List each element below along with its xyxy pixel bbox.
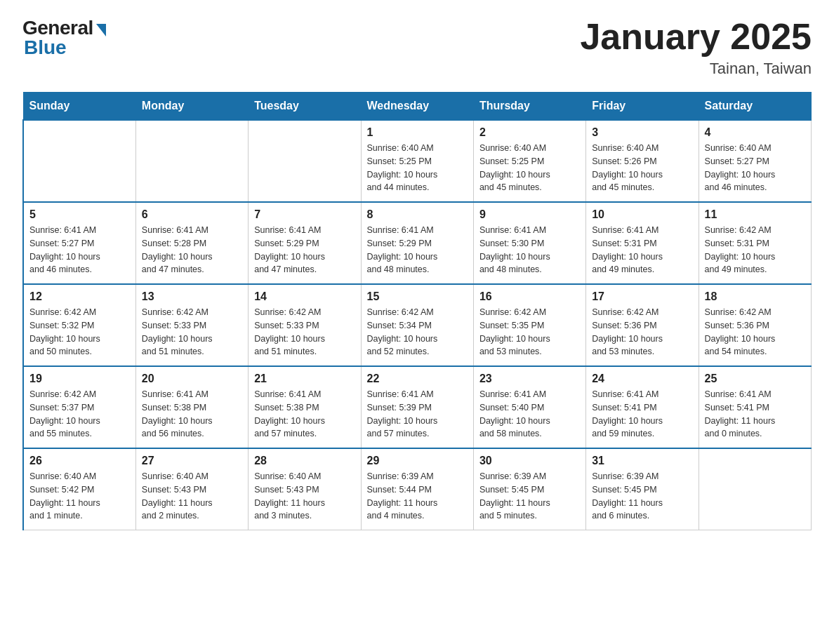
day-number: 7 [254, 208, 355, 221]
day-number: 27 [142, 455, 242, 467]
day-info: Sunrise: 6:42 AM Sunset: 5:36 PM Dayligh… [705, 306, 805, 358]
day-info: Sunrise: 6:41 AM Sunset: 5:39 PM Dayligh… [367, 388, 468, 441]
calendar-week-row: 1Sunrise: 6:40 AM Sunset: 5:25 PM Daylig… [23, 120, 812, 202]
day-number: 24 [592, 373, 692, 385]
day-info: Sunrise: 6:41 AM Sunset: 5:40 PM Dayligh… [479, 388, 580, 441]
col-header-wednesday: Wednesday [361, 93, 473, 121]
calendar-cell: 8Sunrise: 6:41 AM Sunset: 5:29 PM Daylig… [361, 202, 473, 284]
logo: General Blue [22, 17, 106, 59]
calendar-cell: 5Sunrise: 6:41 AM Sunset: 5:27 PM Daylig… [23, 202, 135, 284]
day-info: Sunrise: 6:42 AM Sunset: 5:32 PM Dayligh… [29, 306, 130, 358]
calendar-cell [699, 448, 811, 530]
day-info: Sunrise: 6:42 AM Sunset: 5:33 PM Dayligh… [254, 306, 355, 358]
day-info: Sunrise: 6:40 AM Sunset: 5:25 PM Dayligh… [367, 142, 468, 194]
day-info: Sunrise: 6:41 AM Sunset: 5:41 PM Dayligh… [705, 388, 805, 441]
logo-arrow-icon [96, 24, 106, 36]
day-info: Sunrise: 6:41 AM Sunset: 5:27 PM Dayligh… [29, 224, 130, 276]
day-number: 15 [367, 290, 468, 303]
calendar-cell: 20Sunrise: 6:41 AM Sunset: 5:38 PM Dayli… [135, 366, 248, 448]
day-number: 11 [705, 208, 805, 221]
calendar-cell: 14Sunrise: 6:42 AM Sunset: 5:33 PM Dayli… [249, 284, 361, 366]
day-info: Sunrise: 6:40 AM Sunset: 5:43 PM Dayligh… [142, 470, 242, 523]
day-number: 29 [367, 455, 468, 467]
day-number: 6 [142, 208, 242, 221]
day-number: 14 [254, 290, 355, 303]
calendar-cell: 24Sunrise: 6:41 AM Sunset: 5:41 PM Dayli… [586, 366, 699, 448]
day-info: Sunrise: 6:41 AM Sunset: 5:41 PM Dayligh… [592, 388, 692, 441]
day-info: Sunrise: 6:41 AM Sunset: 5:29 PM Dayligh… [367, 224, 468, 276]
calendar-week-row: 19Sunrise: 6:42 AM Sunset: 5:37 PM Dayli… [23, 366, 812, 448]
day-info: Sunrise: 6:41 AM Sunset: 5:29 PM Dayligh… [254, 224, 355, 276]
page-header: General Blue January 2025 Tainan, Taiwan [22, 17, 812, 78]
calendar-cell: 23Sunrise: 6:41 AM Sunset: 5:40 PM Dayli… [473, 366, 585, 448]
day-info: Sunrise: 6:39 AM Sunset: 5:44 PM Dayligh… [367, 470, 468, 523]
day-info: Sunrise: 6:39 AM Sunset: 5:45 PM Dayligh… [592, 470, 692, 523]
day-info: Sunrise: 6:42 AM Sunset: 5:36 PM Dayligh… [592, 306, 692, 358]
calendar-cell [249, 120, 361, 202]
day-info: Sunrise: 6:42 AM Sunset: 5:37 PM Dayligh… [29, 388, 130, 441]
calendar-cell: 25Sunrise: 6:41 AM Sunset: 5:41 PM Dayli… [699, 366, 811, 448]
calendar-cell: 17Sunrise: 6:42 AM Sunset: 5:36 PM Dayli… [586, 284, 699, 366]
calendar-table: SundayMondayTuesdayWednesdayThursdayFrid… [22, 92, 812, 530]
calendar-cell: 21Sunrise: 6:41 AM Sunset: 5:38 PM Dayli… [249, 366, 361, 448]
calendar-cell: 27Sunrise: 6:40 AM Sunset: 5:43 PM Dayli… [135, 448, 248, 530]
day-number: 20 [142, 373, 242, 385]
day-info: Sunrise: 6:40 AM Sunset: 5:42 PM Dayligh… [29, 470, 130, 523]
col-header-thursday: Thursday [473, 93, 585, 121]
calendar-cell: 11Sunrise: 6:42 AM Sunset: 5:31 PM Dayli… [699, 202, 811, 284]
calendar-cell: 22Sunrise: 6:41 AM Sunset: 5:39 PM Dayli… [361, 366, 473, 448]
day-number: 16 [479, 290, 580, 303]
calendar-cell: 10Sunrise: 6:41 AM Sunset: 5:31 PM Dayli… [586, 202, 699, 284]
calendar-cell: 7Sunrise: 6:41 AM Sunset: 5:29 PM Daylig… [249, 202, 361, 284]
calendar-cell: 30Sunrise: 6:39 AM Sunset: 5:45 PM Dayli… [473, 448, 585, 530]
day-info: Sunrise: 6:41 AM Sunset: 5:38 PM Dayligh… [142, 388, 242, 441]
calendar-cell: 1Sunrise: 6:40 AM Sunset: 5:25 PM Daylig… [361, 120, 473, 202]
calendar-cell: 3Sunrise: 6:40 AM Sunset: 5:26 PM Daylig… [586, 120, 699, 202]
day-info: Sunrise: 6:41 AM Sunset: 5:38 PM Dayligh… [254, 388, 355, 441]
col-header-monday: Monday [135, 93, 248, 121]
calendar-header-row: SundayMondayTuesdayWednesdayThursdayFrid… [23, 93, 812, 121]
day-number: 28 [254, 455, 355, 467]
day-number: 4 [705, 126, 805, 139]
day-number: 18 [705, 290, 805, 303]
day-number: 10 [592, 208, 692, 221]
day-number: 5 [29, 208, 130, 221]
day-info: Sunrise: 6:42 AM Sunset: 5:35 PM Dayligh… [479, 306, 580, 358]
day-info: Sunrise: 6:41 AM Sunset: 5:31 PM Dayligh… [592, 224, 692, 276]
day-info: Sunrise: 6:41 AM Sunset: 5:28 PM Dayligh… [142, 224, 242, 276]
calendar-cell: 9Sunrise: 6:41 AM Sunset: 5:30 PM Daylig… [473, 202, 585, 284]
day-number: 2 [479, 126, 580, 139]
day-number: 8 [367, 208, 468, 221]
calendar-cell: 4Sunrise: 6:40 AM Sunset: 5:27 PM Daylig… [699, 120, 811, 202]
day-number: 13 [142, 290, 242, 303]
logo-blue-text: Blue [24, 36, 67, 59]
day-number: 19 [29, 373, 130, 385]
calendar-week-row: 26Sunrise: 6:40 AM Sunset: 5:42 PM Dayli… [23, 448, 812, 530]
day-number: 21 [254, 373, 355, 385]
calendar-cell: 26Sunrise: 6:40 AM Sunset: 5:42 PM Dayli… [23, 448, 135, 530]
calendar-title: January 2025 [580, 17, 812, 57]
col-header-sunday: Sunday [23, 93, 135, 121]
day-info: Sunrise: 6:40 AM Sunset: 5:25 PM Dayligh… [479, 142, 580, 194]
calendar-cell: 15Sunrise: 6:42 AM Sunset: 5:34 PM Dayli… [361, 284, 473, 366]
day-info: Sunrise: 6:39 AM Sunset: 5:45 PM Dayligh… [479, 470, 580, 523]
calendar-cell: 16Sunrise: 6:42 AM Sunset: 5:35 PM Dayli… [473, 284, 585, 366]
day-number: 17 [592, 290, 692, 303]
calendar-cell: 12Sunrise: 6:42 AM Sunset: 5:32 PM Dayli… [23, 284, 135, 366]
calendar-cell [135, 120, 248, 202]
calendar-week-row: 5Sunrise: 6:41 AM Sunset: 5:27 PM Daylig… [23, 202, 812, 284]
day-number: 25 [705, 373, 805, 385]
calendar-cell: 31Sunrise: 6:39 AM Sunset: 5:45 PM Dayli… [586, 448, 699, 530]
calendar-subtitle: Tainan, Taiwan [580, 60, 812, 78]
calendar-cell: 19Sunrise: 6:42 AM Sunset: 5:37 PM Dayli… [23, 366, 135, 448]
calendar-cell: 6Sunrise: 6:41 AM Sunset: 5:28 PM Daylig… [135, 202, 248, 284]
col-header-friday: Friday [586, 93, 699, 121]
day-number: 23 [479, 373, 580, 385]
day-info: Sunrise: 6:42 AM Sunset: 5:33 PM Dayligh… [142, 306, 242, 358]
day-info: Sunrise: 6:41 AM Sunset: 5:30 PM Dayligh… [479, 224, 580, 276]
day-number: 22 [367, 373, 468, 385]
calendar-cell: 29Sunrise: 6:39 AM Sunset: 5:44 PM Dayli… [361, 448, 473, 530]
day-info: Sunrise: 6:40 AM Sunset: 5:27 PM Dayligh… [705, 142, 805, 194]
day-number: 12 [29, 290, 130, 303]
calendar-cell: 13Sunrise: 6:42 AM Sunset: 5:33 PM Dayli… [135, 284, 248, 366]
